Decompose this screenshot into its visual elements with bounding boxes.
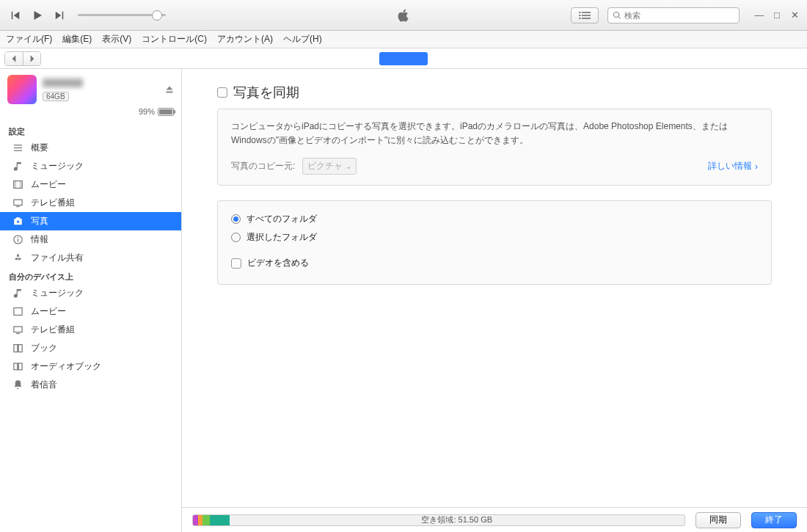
svg-rect-19 xyxy=(13,327,21,332)
main-panel: 写真を同期 コンピュータからiPadにコピーする写真を選択できます。iPadのカ… xyxy=(182,69,807,532)
svg-rect-7 xyxy=(13,147,21,148)
sidebar-item-label: 写真 xyxy=(31,215,48,227)
info-icon xyxy=(12,234,23,246)
sync-description: コンピュータからiPadにコピーする写真を選択できます。iPadのカメラロールの… xyxy=(218,109,771,150)
svg-rect-20 xyxy=(16,333,20,334)
sidebar-item-label: ムービー xyxy=(31,178,66,191)
svg-rect-4 xyxy=(579,18,581,18)
music-icon xyxy=(12,288,23,299)
sidebar-item-od-music[interactable]: ミュージック xyxy=(0,284,181,302)
storage-usage-bar[interactable]: 空き領域: 51.50 GB xyxy=(192,514,685,526)
list-view-button[interactable] xyxy=(571,7,599,23)
sidebar-item-od-audiobooks[interactable]: オーディオブック xyxy=(0,357,181,376)
playback-controls xyxy=(7,7,166,23)
prev-button[interactable] xyxy=(7,7,23,23)
device-tab[interactable] xyxy=(379,52,428,65)
sidebar-item-label: ブック xyxy=(31,342,57,354)
done-button[interactable]: 終了 xyxy=(751,512,797,528)
window-controls: — □ ✕ xyxy=(754,10,800,21)
svg-rect-6 xyxy=(13,145,21,145)
svg-rect-17 xyxy=(17,237,18,238)
sidebar-item-summary[interactable]: 概要 xyxy=(0,139,181,157)
sidebar-section-on-device: 自分のデバイス上 xyxy=(0,267,181,284)
search-field[interactable] xyxy=(607,7,740,23)
usage-segment xyxy=(198,515,203,525)
device-name xyxy=(43,79,83,87)
svg-rect-0 xyxy=(579,12,581,12)
sidebar-item-label: 情報 xyxy=(31,233,48,246)
svg-point-21 xyxy=(17,365,19,368)
battery-icon xyxy=(158,108,174,116)
sync-button[interactable]: 同期 xyxy=(695,512,741,528)
more-info-link[interactable]: 詳しい情報 › xyxy=(708,160,758,172)
book-icon xyxy=(12,343,23,354)
sidebar-item-label: 概要 xyxy=(31,142,48,154)
include-video-checkbox[interactable] xyxy=(231,258,241,269)
include-video-label: ビデオを含める xyxy=(247,257,309,269)
battery-percent: 99% xyxy=(139,107,155,116)
copy-from-select[interactable]: ピクチャ xyxy=(302,158,357,175)
sidebar-item-label: ファイル共有 xyxy=(31,252,84,264)
svg-rect-13 xyxy=(16,206,20,207)
eject-icon[interactable] xyxy=(165,85,174,94)
play-button[interactable] xyxy=(29,7,45,23)
svg-rect-8 xyxy=(13,150,21,151)
sync-photos-checkbox[interactable] xyxy=(217,87,227,98)
sidebar-section-settings: 設定 xyxy=(0,122,181,139)
minimize-button[interactable]: — xyxy=(754,10,764,21)
camera-icon xyxy=(12,216,23,227)
menu-file[interactable]: ファイル(F) xyxy=(6,33,52,45)
search-icon xyxy=(613,11,621,20)
svg-rect-3 xyxy=(582,15,591,15)
sidebar-item-od-ringtones[interactable]: 着信音 xyxy=(0,376,181,394)
sync-photos-title: 写真を同期 xyxy=(233,84,299,101)
navigation-row xyxy=(0,48,807,69)
sidebar-item-od-movies[interactable]: ムービー xyxy=(0,302,181,321)
usage-segment xyxy=(193,515,198,525)
capacity-badge: 64GB xyxy=(43,92,69,101)
sidebar-item-label: ミュージック xyxy=(31,287,84,299)
player-bar: — □ ✕ xyxy=(0,0,807,31)
sidebar-item-photos[interactable]: 写真 xyxy=(0,212,181,230)
close-button[interactable]: ✕ xyxy=(789,10,800,21)
sidebar-item-od-tv[interactable]: テレビ番組 xyxy=(0,321,181,339)
maximize-button[interactable]: □ xyxy=(772,10,782,21)
menu-edit[interactable]: 編集(E) xyxy=(62,33,92,45)
search-input[interactable] xyxy=(624,11,734,20)
radio-selected-folders-label: 選択したフォルダ xyxy=(247,231,317,244)
sidebar-item-label: ムービー xyxy=(31,305,66,318)
volume-slider[interactable] xyxy=(78,14,166,16)
menu-view[interactable]: 表示(V) xyxy=(102,33,131,45)
nav-back-button[interactable] xyxy=(5,52,23,65)
sidebar-item-music[interactable]: ミュージック xyxy=(0,157,181,175)
bell-icon xyxy=(12,379,23,391)
sidebar-item-label: 着信音 xyxy=(31,379,57,391)
svg-rect-1 xyxy=(582,12,591,12)
usage-segment xyxy=(210,515,230,525)
folder-options-panel: すべてのフォルダ 選択したフォルダ ビデオを含める xyxy=(217,200,772,285)
radio-selected-folders[interactable] xyxy=(231,233,241,242)
footer-bar: 空き領域: 51.50 GB 同期 終了 xyxy=(182,507,807,532)
menu-account[interactable]: アカウント(A) xyxy=(217,33,273,45)
menu-control[interactable]: コントロール(C) xyxy=(142,33,207,45)
nav-forward-button[interactable] xyxy=(23,52,40,65)
chevron-right-icon: › xyxy=(755,161,758,172)
sidebar-item-file-sharing[interactable]: ファイル共有 xyxy=(0,249,181,267)
radio-all-folders-label: すべてのフォルダ xyxy=(247,213,317,225)
more-info-label: 詳しい情報 xyxy=(708,160,752,172)
apps-icon xyxy=(12,252,23,264)
next-button[interactable] xyxy=(51,7,67,23)
tv-icon xyxy=(12,324,23,336)
free-space-label: 空き領域: 51.50 GB xyxy=(230,515,684,525)
movie-icon xyxy=(12,179,23,191)
sidebar-item-tv[interactable]: テレビ番組 xyxy=(0,194,181,212)
device-header[interactable]: 64GB xyxy=(0,69,181,107)
sidebar-item-info[interactable]: 情報 xyxy=(0,230,181,249)
radio-all-folders[interactable] xyxy=(231,214,241,224)
sidebar: 64GB 99% 設定 概要 ミュージック ムービー テレビ番組 xyxy=(0,69,182,532)
menu-help[interactable]: ヘルプ(H) xyxy=(283,33,322,45)
sidebar-item-label: テレビ番組 xyxy=(31,197,75,209)
sidebar-item-movies[interactable]: ムービー xyxy=(0,175,181,194)
sidebar-item-od-books[interactable]: ブック xyxy=(0,339,181,357)
summary-icon xyxy=(12,142,23,154)
